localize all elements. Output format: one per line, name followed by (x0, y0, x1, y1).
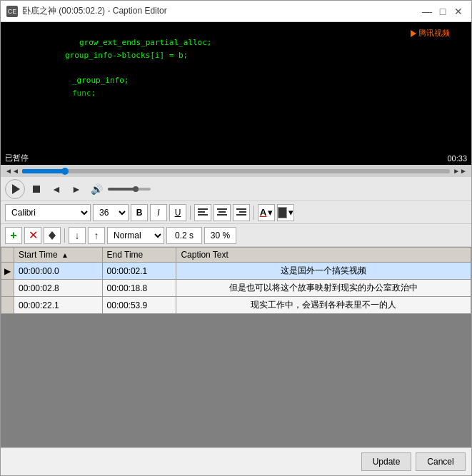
watermark-text: 腾讯视频 (418, 28, 450, 39)
code-line-5: func; (72, 87, 211, 100)
bg-color-button[interactable]: ▾ (277, 204, 294, 221)
underline-button[interactable]: U (169, 204, 186, 221)
svg-rect-1 (198, 211, 205, 213)
minimize-button[interactable]: — (420, 4, 434, 19)
window-title: 卧底之神 (00:05:02.2) - Caption Editor (22, 5, 167, 17)
separator-1 (190, 206, 191, 220)
italic-button[interactable]: I (150, 204, 167, 221)
delete-caption-button[interactable]: ✕ (24, 227, 41, 244)
font-size-select[interactable]: 36 (93, 204, 129, 221)
playback-status: 已暂停 (5, 153, 29, 163)
volume-slider[interactable] (108, 188, 151, 191)
seek-fwd-icon[interactable]: ►► (453, 167, 467, 175)
col-indicator (1, 248, 14, 263)
watermark: 腾讯视频 (411, 28, 450, 39)
table-row[interactable]: 00:00:22.100:00:53.9现实工作中，会遇到各种表里不一的人 (1, 297, 471, 314)
stop-button[interactable] (28, 181, 45, 198)
row-end-time: 00:00:02.1 (102, 263, 176, 280)
seek-thumb (61, 168, 69, 175)
svg-rect-7 (239, 211, 246, 213)
seek-back-icon[interactable]: ◄◄ (5, 167, 19, 175)
playback-controls: ◄ ► 🔊 (1, 177, 471, 201)
pct-input[interactable] (204, 227, 236, 244)
cancel-button[interactable]: Cancel (416, 452, 466, 471)
caption-table: Start Time ▲ End Time Caption Text ▶00:0… (1, 247, 471, 314)
video-timestamp: 00:33 (447, 154, 467, 163)
format-toolbar: Calibri 36 B I U (1, 201, 471, 224)
font-color-button[interactable]: A ▾ (258, 204, 275, 221)
row-caption-text: 现实工作中，会遇到各种表里不一的人 (176, 297, 471, 314)
sort-icon (47, 231, 57, 240)
align-center-button[interactable] (214, 204, 231, 221)
align-center-icon (217, 208, 227, 217)
volume-fill (108, 188, 136, 191)
volume-button[interactable]: 🔊 (88, 181, 105, 198)
col-end-time: End Time (102, 248, 176, 263)
col-caption-text: Caption Text (176, 248, 471, 263)
font-color-label: A (260, 207, 267, 218)
window-controls: — □ ✕ (420, 4, 466, 19)
align-left-button[interactable] (194, 204, 211, 221)
table-row[interactable]: 00:00:02.800:00:18.8但是也可以将这个故事映射到现实的办公室政… (1, 280, 471, 297)
arrow-down-button[interactable]: ↓ (69, 227, 86, 244)
table-row[interactable]: ▶00:00:00.000:00:02.1这是国外一个搞笑视频 (1, 263, 471, 280)
seek-fill (22, 169, 65, 173)
sort-arrow-start: ▲ (61, 251, 69, 259)
close-button[interactable]: ✕ (451, 4, 466, 19)
video-code-overlay: grow_ext_ends_partial_alloc; group_info-… (58, 36, 211, 99)
row-start-time: 00:00:22.1 (14, 297, 103, 314)
video-frame: 腾讯视频 grow_ext_ends_partial_alloc; group_… (1, 22, 471, 165)
update-button[interactable]: Update (361, 452, 411, 471)
bottom-bar: Update Cancel (1, 447, 471, 475)
code-line-4: _group_info; (72, 74, 211, 87)
play-icon (12, 184, 20, 194)
align-left-icon (198, 208, 208, 217)
separator-2 (253, 206, 254, 220)
row-start-time: 00:00:00.0 (14, 263, 103, 280)
video-status-bar: 已暂停 00:33 (1, 151, 471, 165)
watermark-play-icon (411, 30, 416, 37)
svg-marker-9 (49, 231, 56, 236)
prev-button[interactable]: ◄ (48, 181, 65, 198)
dropdown-arrow-bg-color: ▾ (288, 207, 293, 218)
sort-button[interactable] (44, 227, 61, 244)
play-button[interactable] (5, 179, 25, 199)
seek-area: ◄◄ ►► (1, 165, 471, 177)
font-family-select[interactable]: Calibri (5, 204, 91, 221)
caption-toolbar: + ✕ ↓ ↑ Normal (1, 224, 471, 247)
maximize-button[interactable]: □ (436, 4, 450, 19)
caption-table-area: Start Time ▲ End Time Caption Text ▶00:0… (1, 247, 471, 447)
col-start-time: Start Time ▲ (14, 248, 103, 263)
row-start-time: 00:00:02.8 (14, 280, 103, 297)
code-line-1: grow_ext_ends_partial_alloc; (79, 36, 211, 49)
row-end-time: 00:00:53.9 (102, 297, 176, 314)
video-area: 腾讯视频 grow_ext_ends_partial_alloc; group_… (1, 22, 471, 165)
svg-rect-8 (236, 214, 246, 216)
add-caption-button[interactable]: + (5, 227, 22, 244)
separator-3 (64, 228, 65, 243)
bg-color-swatch (278, 207, 287, 218)
caption-style-select[interactable]: Normal (107, 227, 164, 244)
app-icon: CE (6, 6, 18, 17)
stop-icon (33, 186, 40, 193)
seek-bar[interactable] (22, 169, 450, 173)
gap-time-input[interactable] (166, 227, 202, 244)
row-caption-text: 但是也可以将这个故事映射到现实的办公室政治中 (176, 280, 471, 297)
row-caption-text: 这是国外一个搞笑视频 (176, 263, 471, 280)
dropdown-arrow-font-color: ▾ (268, 207, 273, 218)
next-button[interactable]: ► (68, 181, 85, 198)
svg-rect-5 (217, 214, 227, 216)
code-line-2: group_info->blocks[i] = b; (65, 49, 211, 62)
align-right-button[interactable] (233, 204, 250, 221)
svg-marker-10 (49, 236, 56, 240)
arrow-up-button[interactable]: ↑ (88, 227, 105, 244)
row-indicator (1, 280, 14, 297)
svg-rect-3 (217, 208, 227, 210)
svg-rect-4 (219, 211, 226, 213)
svg-rect-0 (198, 208, 208, 210)
align-right-icon (236, 208, 246, 217)
row-indicator (1, 297, 14, 314)
volume-thumb (133, 186, 139, 192)
bold-button[interactable]: B (131, 204, 148, 221)
svg-rect-2 (198, 214, 208, 216)
